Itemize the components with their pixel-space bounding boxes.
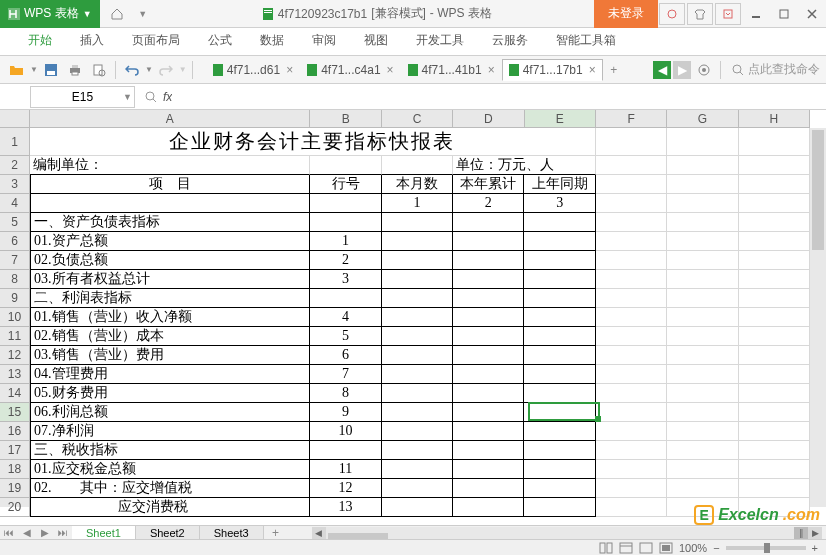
qat-home-icon[interactable] [106,4,128,24]
close-icon[interactable]: × [488,63,495,77]
cell-B3[interactable]: 行号 [310,175,381,194]
cell-C5[interactable] [382,213,453,232]
ribbon-tab-layout[interactable]: 页面布局 [118,26,194,55]
cell-B2[interactable] [310,156,381,175]
cell-C20[interactable] [382,498,453,517]
cell-E16[interactable] [524,422,595,441]
cell-D8[interactable] [453,270,524,289]
cell-F13[interactable] [596,365,667,384]
cell-B6[interactable]: 1 [310,232,381,251]
cell-G5[interactable] [667,213,738,232]
cell-H15[interactable] [739,403,810,422]
cell-B17[interactable] [310,441,381,460]
cell-C8[interactable] [382,270,453,289]
cell-B10[interactable]: 4 [310,308,381,327]
cell-D2[interactable]: 单位：万元、人 [453,156,596,175]
formula-input[interactable] [172,86,826,108]
col-header-D[interactable]: D [453,110,524,128]
sync-icon[interactable] [659,3,685,25]
cell-B8[interactable]: 3 [310,270,381,289]
row-header-18[interactable]: 18 [0,460,30,479]
fx-label[interactable]: fx [163,90,172,104]
cell-F15[interactable] [596,403,667,422]
cell-D12[interactable] [453,346,524,365]
cell-H1[interactable] [739,128,810,156]
search-fn-icon[interactable] [145,91,157,103]
cell-C9[interactable] [382,289,453,308]
cell-A2[interactable]: 编制单位： [30,156,310,175]
cell-H2[interactable] [739,156,810,175]
cell-C17[interactable] [382,441,453,460]
minimize-button[interactable] [743,3,769,25]
cell-E20[interactable] [524,498,595,517]
row-header-8[interactable]: 8 [0,270,30,289]
cell-G1[interactable] [667,128,738,156]
nav-left-icon[interactable]: ◀ [653,61,671,79]
row-header-13[interactable]: 13 [0,365,30,384]
cell-G18[interactable] [667,460,738,479]
cell-D20[interactable] [453,498,524,517]
cell-B12[interactable]: 6 [310,346,381,365]
cell-F19[interactable] [596,479,667,498]
open-icon[interactable] [6,59,28,81]
cell-F2[interactable] [596,156,667,175]
undo-icon[interactable] [121,59,143,81]
cell-A13[interactable]: 04.管理费用 [30,365,310,384]
print-icon[interactable] [64,59,86,81]
col-header-F[interactable]: F [596,110,667,128]
doc-tab-2[interactable]: 4f71...c4a1× [300,59,400,81]
cell-G16[interactable] [667,422,738,441]
splitter-icon[interactable]: ‖ [794,527,808,539]
cell-F20[interactable] [596,498,667,517]
scroll-left-icon[interactable]: ◀ [312,527,326,539]
cell-E6[interactable] [524,232,595,251]
cell-G14[interactable] [667,384,738,403]
sheet-tab-3[interactable]: Sheet3 [200,526,264,540]
row-header-3[interactable]: 3 [0,175,30,194]
view-page-icon[interactable] [639,542,653,554]
cell-C14[interactable] [382,384,453,403]
cell-F14[interactable] [596,384,667,403]
cell-H13[interactable] [739,365,810,384]
cell-D9[interactable] [453,289,524,308]
ribbon-tab-cloud[interactable]: 云服务 [478,26,542,55]
cell-C3[interactable]: 本月数 [382,175,453,194]
cell-F3[interactable] [596,175,667,194]
cell-B9[interactable] [310,289,381,308]
cell-F17[interactable] [596,441,667,460]
sheet-tab-2[interactable]: Sheet2 [136,526,200,540]
view-reading-icon[interactable] [659,542,673,554]
row-header-14[interactable]: 14 [0,384,30,403]
row-header-12[interactable]: 12 [0,346,30,365]
cell-A5[interactable]: 一、资产负债表指标 [30,213,310,232]
cell-H5[interactable] [739,213,810,232]
cell-E15[interactable] [524,403,595,422]
close-icon[interactable]: × [286,63,293,77]
cell-C12[interactable] [382,346,453,365]
cell-C18[interactable] [382,460,453,479]
ribbon-toggle-icon[interactable] [715,3,741,25]
cell-G9[interactable] [667,289,738,308]
cell-A15[interactable]: 06.利润总额 [30,403,310,422]
command-search[interactable]: 点此查找命令 [732,61,820,78]
cell-A1[interactable]: 企业财务会计主要指标快报表 [30,128,596,156]
sheet-tab-1[interactable]: Sheet1 [72,526,136,540]
cell-E17[interactable] [524,441,595,460]
cell-A16[interactable]: 07.净利润 [30,422,310,441]
cell-G19[interactable] [667,479,738,498]
row-header-10[interactable]: 10 [0,308,30,327]
name-box[interactable]: E15 ▼ [30,86,135,108]
open-dropdown-icon[interactable]: ▼ [30,65,38,74]
row-header-1[interactable]: 1 [0,128,30,156]
cell-C7[interactable] [382,251,453,270]
cell-A8[interactable]: 03.所有者权益总计 [30,270,310,289]
scroll-thumb[interactable] [812,130,824,250]
cell-C10[interactable] [382,308,453,327]
cell-A7[interactable]: 02.负债总额 [30,251,310,270]
col-header-C[interactable]: C [382,110,453,128]
ribbon-tab-dev[interactable]: 开发工具 [402,26,478,55]
cell-H17[interactable] [739,441,810,460]
cell-B7[interactable]: 2 [310,251,381,270]
cell-G15[interactable] [667,403,738,422]
cell-D4[interactable]: 2 [453,194,524,213]
